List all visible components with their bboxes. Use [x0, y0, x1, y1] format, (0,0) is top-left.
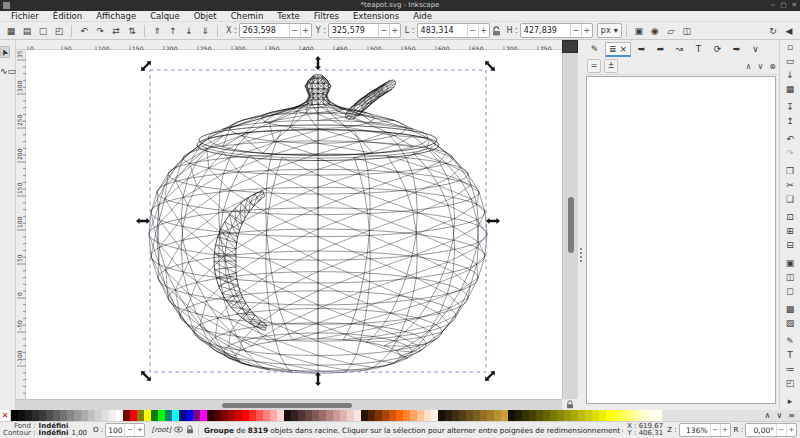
palette-swatch[interactable] [557, 410, 564, 421]
palette-swatch[interactable] [382, 410, 389, 421]
menu-item-dition[interactable]: Édition [46, 11, 89, 22]
select-all-icon[interactable]: ▦ [4, 24, 18, 38]
menu-item-affichage[interactable]: Affichage [89, 11, 143, 22]
palette-swatch[interactable] [529, 410, 536, 421]
palette-swatch[interactable] [200, 410, 207, 421]
palette-swatch[interactable] [340, 410, 347, 421]
export-icon[interactable]: ↥ [782, 114, 798, 128]
palette-swatch[interactable] [277, 410, 284, 421]
unlink-clone-icon[interactable]: ◻ [782, 284, 798, 298]
ungroup-icon[interactable]: ▨ [782, 316, 798, 330]
selection-scale-handle[interactable] [139, 369, 153, 383]
group-icon[interactable]: ▩ [782, 302, 798, 316]
save-document-icon[interactable]: ↓ [782, 68, 798, 82]
palette-swatch[interactable] [368, 410, 375, 421]
rotation-field[interactable]: 0,00°−+ [745, 423, 797, 437]
menu-item-texte[interactable]: Texte [270, 11, 306, 22]
palette-swatch[interactable] [333, 410, 340, 421]
palette-swatch[interactable] [32, 410, 39, 421]
palette-swatch[interactable] [130, 410, 137, 421]
import-icon[interactable]: ↧ [782, 100, 798, 114]
dialog-find-tab[interactable]: ⟳ [709, 42, 726, 57]
dialog-text-tab[interactable]: T [690, 42, 707, 57]
xml-editor-icon[interactable]: ◰ [782, 376, 798, 390]
palette-swatch[interactable] [186, 410, 193, 421]
cut-icon[interactable]: ✂ [782, 178, 798, 192]
deselect-icon[interactable]: ▢ [36, 24, 50, 38]
canvas[interactable] [26, 50, 562, 399]
palette-swatch[interactable] [235, 410, 242, 421]
palette-swatch[interactable] [550, 410, 557, 421]
width-plus-button[interactable]: + [478, 24, 489, 37]
clone-icon[interactable]: ◫ [782, 270, 798, 284]
palette-swatch[interactable] [95, 410, 102, 421]
move-up-icon[interactable]: ∧ [746, 62, 752, 71]
palette-swatch[interactable] [102, 410, 109, 421]
palette-swatch[interactable] [319, 410, 326, 421]
palette-swatch[interactable] [109, 410, 116, 421]
palette-swatch[interactable] [46, 410, 53, 421]
palette-swatch[interactable] [228, 410, 235, 421]
palette-swatch[interactable] [375, 410, 382, 421]
dialog-symbols-tab[interactable]: ➥ [728, 42, 745, 57]
zoom-plus-button[interactable]: + [720, 424, 730, 436]
palette-swatch[interactable] [634, 410, 641, 421]
affect-corners-icon[interactable]: ◉ [648, 24, 662, 38]
y-field[interactable]: 325,579−+ [328, 23, 401, 38]
lock-icon[interactable] [186, 425, 194, 436]
palette-swatch[interactable] [606, 410, 613, 421]
palette-swatch[interactable] [648, 410, 655, 421]
palette-swatch[interactable] [270, 410, 277, 421]
palette-swatch[interactable] [88, 410, 95, 421]
new-document-icon[interactable]: ▫ [782, 40, 798, 54]
eye-icon[interactable] [174, 426, 183, 435]
collapse-toolbar-icon[interactable]: ◀ [782, 24, 796, 38]
palette-swatch[interactable] [473, 410, 480, 421]
active-dialog-tab[interactable]: ≣ × [605, 42, 631, 57]
redo-icon[interactable]: ↷ [782, 146, 798, 160]
menu-item-fichier[interactable]: Fichier [4, 11, 46, 22]
palette-swatch[interactable] [627, 410, 634, 421]
palette-swatch[interactable] [312, 410, 319, 421]
palette-menu-icon[interactable]: ≡ [788, 411, 795, 420]
palette-swatch[interactable] [116, 410, 123, 421]
palette-swatch[interactable] [284, 410, 291, 421]
close-button[interactable]: ✕ [792, 0, 797, 11]
minimize-button[interactable]: − [770, 0, 775, 11]
menu-item-extensions[interactable]: Extensions [346, 11, 406, 22]
rotation-plus-button[interactable]: + [786, 424, 796, 436]
palette-swatch[interactable] [305, 410, 312, 421]
x-plus-button[interactable]: + [300, 24, 311, 37]
palette-swatch[interactable] [641, 410, 648, 421]
palette-swatch[interactable] [347, 410, 354, 421]
palette-swatch[interactable] [466, 410, 473, 421]
dialog-export-tab[interactable]: ➦ [652, 42, 669, 57]
affect-gradient-icon[interactable]: ▱ [664, 24, 678, 38]
move-down-icon[interactable]: ∨ [757, 62, 763, 71]
selection-scale-handle[interactable] [139, 59, 153, 73]
palette-swatch[interactable] [592, 410, 599, 421]
duplicate-icon[interactable]: ▣ [782, 256, 798, 270]
palette-swatch[interactable] [585, 410, 592, 421]
rotate-ccw-icon[interactable]: ↶ [77, 24, 91, 38]
palette-swatch[interactable] [543, 410, 550, 421]
no-color-swatch[interactable]: ✕ [0, 410, 11, 421]
palette-swatch[interactable] [249, 410, 256, 421]
x-minus-button[interactable]: − [289, 24, 300, 37]
y-plus-button[interactable]: + [389, 24, 400, 37]
opacity-field[interactable]: 100−+ [105, 423, 145, 437]
copy-icon[interactable]: ❐ [782, 164, 798, 178]
palette-swatch[interactable] [158, 410, 165, 421]
palette-swatch[interactable] [403, 410, 410, 421]
palette-swatch[interactable] [172, 410, 179, 421]
zoom-page-icon[interactable]: ⊟ [782, 238, 798, 252]
height-field[interactable]: 427,839−+ [520, 23, 593, 38]
dialogs-menu-chevron[interactable]: ∨ [747, 42, 764, 57]
width-minus-button[interactable]: − [467, 24, 478, 37]
palette-swatch[interactable] [67, 410, 74, 421]
tool-node-editor[interactable]: ∿ [0, 66, 8, 76]
horizontal-ruler[interactable]: 0501001502002503003504004505005506006507… [16, 40, 562, 50]
open-document-icon[interactable]: ▭ [782, 54, 798, 68]
palette-swatch[interactable] [123, 410, 130, 421]
selection-scale-handle[interactable] [136, 218, 150, 224]
